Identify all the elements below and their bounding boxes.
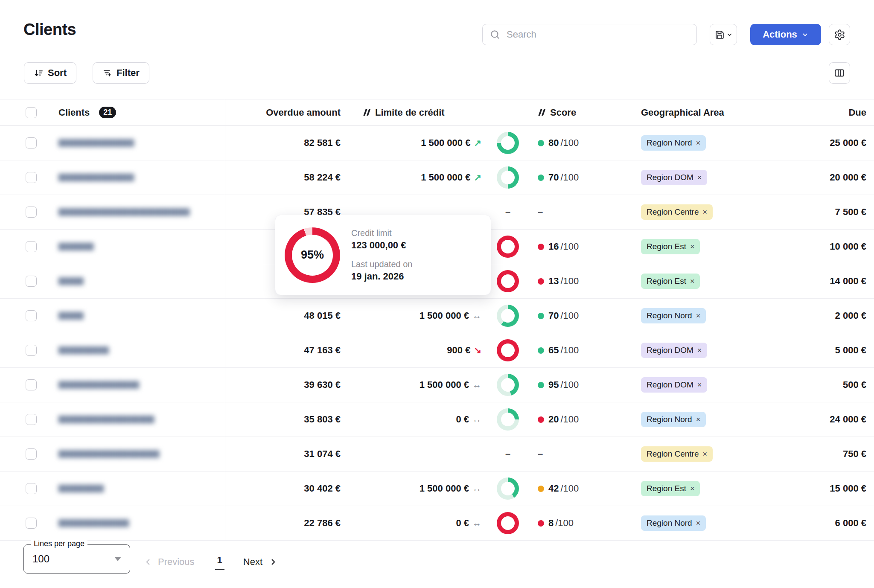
table-row[interactable]: █████ 48 015 € 1 500 000 € ↔ 70 /100 Reg…	[0, 299, 874, 333]
credit-usage-donut[interactable]	[497, 408, 519, 431]
credit-usage-donut[interactable]	[497, 305, 519, 327]
tag-remove-icon[interactable]: ×	[696, 519, 701, 527]
score-value: 16	[548, 241, 559, 252]
tag-remove-icon[interactable]: ×	[696, 312, 701, 320]
row-checkbox[interactable]	[26, 207, 37, 218]
current-page-button[interactable]: 1	[215, 555, 224, 570]
score-suffix: /100	[560, 379, 579, 390]
table-row[interactable]: ████████████████████ 31 074 € – – Region…	[0, 437, 874, 472]
score-value: 70	[548, 172, 559, 183]
row-checkbox[interactable]	[26, 518, 37, 529]
geo-area-tag-label: Region Centre	[647, 207, 699, 217]
score-suffix: /100	[560, 137, 579, 148]
score-value: 13	[548, 276, 559, 287]
trend-icon: ↘	[474, 345, 481, 355]
next-page-button[interactable]: Next	[243, 556, 262, 568]
score-value: 20	[548, 414, 559, 425]
geo-area-tag-label: Region Est	[647, 484, 686, 493]
tag-remove-icon[interactable]: ×	[690, 277, 695, 285]
credit-usage-donut[interactable]	[497, 270, 519, 292]
row-checkbox[interactable]	[26, 172, 37, 183]
credit-limit-value: 0 €	[456, 414, 469, 425]
credit-usage-donut[interactable]	[497, 374, 519, 396]
row-checkbox[interactable]	[26, 483, 37, 494]
search-input[interactable]	[506, 29, 690, 41]
tag-remove-icon[interactable]: ×	[697, 174, 702, 181]
settings-button[interactable]	[829, 24, 850, 45]
table-row[interactable]: ███████████████████ 35 803 € 0 € ↔ 20 /1…	[0, 402, 874, 437]
credit-usage-donut[interactable]	[497, 132, 519, 154]
row-checkbox[interactable]	[26, 137, 37, 148]
tag-remove-icon[interactable]: ×	[696, 139, 701, 147]
credit-usage-donut[interactable]	[497, 339, 519, 361]
score-value: 42	[548, 483, 559, 494]
lines-per-page-value: 100	[32, 553, 114, 565]
sort-button[interactable]: Sort	[24, 62, 76, 84]
credit-usage-donut[interactable]	[497, 236, 519, 258]
column-settings-button[interactable]	[829, 62, 850, 84]
row-checkbox[interactable]	[26, 241, 37, 252]
table-row[interactable]: ███████████████ 58 224 € 1 500 000 € ↗ 7…	[0, 160, 874, 195]
credit-usage-donut[interactable]	[497, 512, 519, 534]
table-row[interactable]: ███████████████ 82 581 € 1 500 000 € ↗ 8…	[0, 126, 874, 160]
filter-button-label: Filter	[117, 67, 140, 79]
client-name-redacted: ███████████████	[58, 174, 134, 181]
save-view-button[interactable]	[710, 24, 737, 45]
tag-remove-icon[interactable]: ×	[690, 243, 695, 250]
geo-area-tag-label: Region DOM	[647, 173, 693, 182]
score-dot	[538, 416, 544, 423]
actions-button[interactable]: Actions	[750, 24, 821, 45]
row-checkbox[interactable]	[26, 379, 37, 390]
chevron-left-icon[interactable]	[143, 557, 153, 567]
row-checkbox[interactable]	[26, 448, 37, 460]
credit-usage-donut[interactable]	[497, 166, 519, 189]
geo-area-tag: Region DOM ×	[641, 170, 707, 185]
table-row[interactable]: ████████████████ 39 630 € 1 500 000 € ↔ …	[0, 368, 874, 402]
score-dot	[538, 278, 544, 285]
tag-remove-icon[interactable]: ×	[696, 416, 701, 423]
lines-per-page-select[interactable]: Lines per page 100	[23, 544, 130, 573]
empty-score-dash: –	[538, 448, 543, 460]
geo-area-tag-label: Region Est	[647, 242, 686, 251]
previous-page-button[interactable]: Previous	[158, 556, 195, 568]
geo-area-tag: Region Nord ×	[641, 135, 706, 151]
chevron-right-icon[interactable]	[268, 557, 278, 567]
table-row[interactable]: █████████ 30 402 € 1 500 000 € ↔ 42 /100…	[0, 472, 874, 506]
column-header-clients: Clients	[58, 107, 90, 118]
score-suffix: /100	[560, 310, 579, 321]
client-name-redacted: █████	[58, 312, 84, 320]
tag-remove-icon[interactable]: ×	[697, 346, 702, 354]
geo-area-tag: Region Est ×	[641, 274, 700, 289]
row-checkbox[interactable]	[26, 345, 37, 356]
actions-button-label: Actions	[763, 29, 797, 40]
overdue-amount: 58 224 €	[304, 172, 341, 183]
select-all-checkbox[interactable]	[26, 107, 37, 118]
search-box[interactable]	[482, 24, 697, 45]
clients-table: Clients 21 Overdue amount Limite de créd…	[0, 99, 874, 541]
geo-area-tag: Region Nord ×	[641, 412, 706, 427]
trend-icon: ↔	[472, 311, 481, 321]
tag-remove-icon[interactable]: ×	[703, 450, 708, 458]
geo-area-tag-label: Region Nord	[647, 311, 692, 320]
column-header-due: Due	[848, 107, 866, 118]
table-row[interactable]: ██████████████ 22 786 € 0 € ↔ 8 /100 Reg…	[0, 506, 874, 541]
tag-remove-icon[interactable]: ×	[703, 208, 708, 216]
credit-usage-donut[interactable]	[497, 477, 519, 500]
geo-area-tag-label: Region Est	[647, 277, 686, 286]
overdue-amount: 22 786 €	[304, 518, 341, 529]
chevron-down-icon	[726, 32, 733, 38]
tooltip-usage-donut: 95%	[285, 227, 340, 283]
table-header-row: Clients 21 Overdue amount Limite de créd…	[0, 99, 874, 126]
row-checkbox[interactable]	[26, 310, 37, 321]
column-header-geo: Geographical Area	[641, 107, 724, 118]
table-row[interactable]: ██████████ 47 163 € 900 € ↘ 65 /100 Regi…	[0, 333, 874, 368]
trend-icon: ↔	[472, 414, 481, 425]
tag-remove-icon[interactable]: ×	[697, 381, 702, 389]
tooltip-credit-limit-value: 123 000,00 €	[351, 240, 412, 251]
tag-remove-icon[interactable]: ×	[690, 485, 695, 492]
geo-area-tag-label: Region Nord	[647, 415, 692, 424]
row-checkbox[interactable]	[26, 414, 37, 425]
score-dot	[538, 347, 544, 354]
row-checkbox[interactable]	[26, 276, 37, 287]
filter-button[interactable]: Filter	[93, 62, 149, 84]
